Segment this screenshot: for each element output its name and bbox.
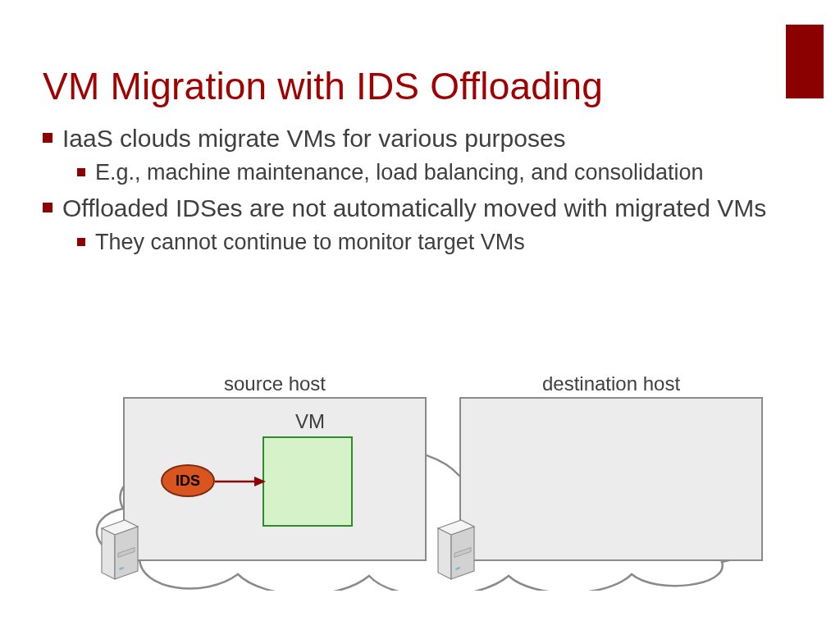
destination-host-label: destination host bbox=[459, 372, 763, 395]
ids-node: IDS bbox=[161, 464, 215, 497]
bullet-text: Offloaded IDSes are not automatically mo… bbox=[62, 194, 766, 221]
svg-marker-1 bbox=[254, 477, 266, 486]
sub-bullet-item: They cannot continue to monitor target V… bbox=[62, 229, 781, 257]
bullet-list: IaaS clouds migrate VMs for various purp… bbox=[43, 123, 781, 263]
bullet-item: IaaS clouds migrate VMs for various purp… bbox=[43, 123, 781, 186]
sub-list: They cannot continue to monitor target V… bbox=[62, 229, 781, 257]
slide: VM Migration with IDS Offloading IaaS cl… bbox=[0, 0, 840, 630]
sub-bullet-text: E.g., machine maintenance, load balancin… bbox=[95, 160, 704, 185]
destination-host-box bbox=[459, 397, 763, 561]
sub-bullet-text: They cannot continue to monitor target V… bbox=[95, 230, 525, 254]
vm-label: VM bbox=[295, 410, 325, 433]
bullet-text: IaaS clouds migrate VMs for various purp… bbox=[62, 125, 566, 152]
svg-marker-8 bbox=[438, 528, 451, 579]
sub-list: E.g., machine maintenance, load balancin… bbox=[62, 159, 781, 187]
diagram: source host destination host VM IDS bbox=[0, 353, 840, 623]
svg-marker-3 bbox=[102, 528, 115, 579]
source-host-label: source host bbox=[123, 372, 427, 395]
bullet-item: Offloaded IDSes are not automatically mo… bbox=[43, 193, 781, 256]
sub-bullet-item: E.g., machine maintenance, load balancin… bbox=[62, 159, 781, 187]
slide-title: VM Migration with IDS Offloading bbox=[43, 64, 603, 108]
server-icon bbox=[95, 517, 144, 582]
arrow-icon bbox=[215, 476, 266, 487]
ids-label: IDS bbox=[176, 472, 200, 490]
accent-bar bbox=[786, 25, 824, 98]
server-icon bbox=[431, 517, 481, 582]
vm-box bbox=[262, 436, 353, 527]
